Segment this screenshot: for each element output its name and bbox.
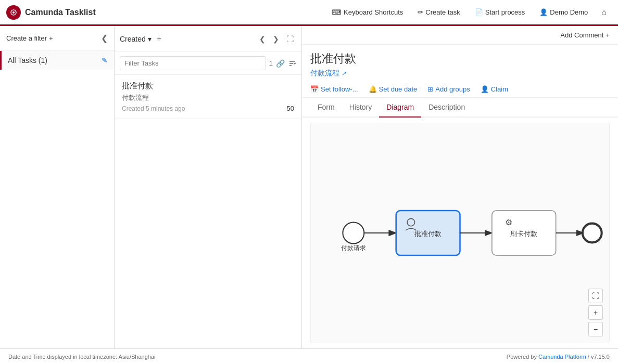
tab-form[interactable]: Form: [310, 98, 342, 118]
created-label: Created: [120, 35, 146, 43]
add-comment-label: Add Comment: [560, 31, 603, 39]
bell-icon: 🔔: [369, 85, 377, 93]
create-task-button[interactable]: ✏ Create task: [411, 5, 466, 19]
detail-tabs: Form History Diagram Description: [302, 98, 618, 118]
sort-created-button[interactable]: Created ▾: [120, 35, 152, 43]
zoom-out-button[interactable]: −: [588, 322, 603, 336]
create-filter-button[interactable]: Create a filter +: [6, 34, 53, 42]
minus-icon: −: [594, 325, 598, 333]
gear-icon: ⚙: [505, 217, 512, 227]
filter-bar: 1 🔗: [115, 52, 301, 75]
create-filter-label: Create a filter: [6, 34, 47, 42]
detail-process-link[interactable]: 付款流程 ↗: [310, 69, 610, 78]
detail-task-title: 批准付款: [310, 51, 610, 67]
footer: Date and Time displayed in local timezon…: [0, 348, 618, 364]
end-event: [583, 224, 602, 243]
app-logo: Camunda Tasklist: [6, 5, 96, 20]
timezone-text: Date and Time displayed in local timezon…: [8, 354, 156, 360]
all-tasks-label: All Tasks (1): [8, 56, 47, 64]
detail-panel: Add Comment + 批准付款 付款流程 ↗ 📅 Set follow-.…: [302, 26, 618, 348]
zoom-fit-button[interactable]: ⛶: [588, 289, 603, 303]
add-groups-button[interactable]: ⊞ Add groups: [427, 85, 470, 93]
fit-icon: ⛶: [592, 292, 599, 300]
pencil-icon: ✏: [418, 8, 423, 16]
set-due-date-button[interactable]: 🔔 Set due date: [369, 85, 418, 93]
add-comment-icon: +: [606, 31, 610, 39]
create-filter-icon: +: [49, 34, 53, 42]
task-title: 批准付款: [122, 81, 294, 91]
powered-by: Powered by Camunda Platform / v7.15.0: [507, 354, 610, 360]
filter-link-icon[interactable]: 🔗: [276, 59, 285, 68]
start-event: [343, 223, 364, 244]
task-process: 付款流程: [122, 93, 294, 102]
task2-label: 刷卡付款: [510, 230, 537, 238]
detail-header: Add Comment +: [302, 26, 618, 45]
tasklist-panel: Created ▾ + ❮ ❯ ⛶ 1 🔗: [115, 26, 302, 348]
home-button[interactable]: ⌂: [596, 5, 612, 20]
external-link-icon: ↗: [342, 70, 347, 77]
user-menu[interactable]: 👤 Demo Demo: [533, 5, 594, 19]
start-process-button[interactable]: 📄 Start process: [469, 5, 532, 19]
filter-count: 1: [269, 59, 273, 67]
sidebar-collapse-button[interactable]: ❮: [101, 33, 108, 43]
start-event-label: 付款请求: [340, 244, 366, 252]
claim-user-icon: 👤: [481, 85, 489, 93]
add-sort-button[interactable]: +: [157, 34, 161, 44]
claim-button[interactable]: 👤 Claim: [481, 85, 508, 93]
groups-icon: ⊞: [427, 85, 433, 93]
tab-description[interactable]: Description: [421, 98, 472, 118]
set-follow-up-button[interactable]: 📅 Set follow-...: [310, 85, 358, 93]
task-created: Created 5 minutes ago: [122, 105, 185, 112]
diagram-controls: ⛶ + −: [588, 289, 603, 336]
logo-icon: [6, 5, 21, 20]
dropdown-icon: ▾: [148, 35, 152, 43]
topnav-actions: ⌨ Keyboard Shortcuts ✏ Create task 📄 Sta…: [325, 5, 612, 20]
collapse-icon: ❮: [101, 34, 108, 43]
tasklist-header: Created ▾ + ❮ ❯ ⛶: [115, 26, 301, 52]
task-meta: Created 5 minutes ago 50: [122, 105, 294, 112]
filter-sort-button[interactable]: [288, 59, 296, 68]
next-page-button[interactable]: ❯: [270, 33, 282, 45]
app-title: Camunda Tasklist: [25, 8, 96, 17]
task-score: 50: [287, 105, 294, 112]
task1-label: 批准付款: [414, 230, 442, 238]
zoom-in-button[interactable]: +: [588, 305, 603, 320]
tasklist-nav: ❮ ❯ ⛶: [257, 33, 296, 45]
keyboard-icon: ⌨: [332, 8, 342, 16]
edit-filter-icon[interactable]: ✎: [102, 56, 108, 64]
detail-title-area: 批准付款 付款流程 ↗: [302, 45, 618, 81]
document-icon: 📄: [475, 8, 483, 16]
bpmn-diagram: 批准付款 ⚙ 刷卡付款 付款请求: [311, 123, 609, 343]
sidebar: Create a filter + ❮ All Tasks (1) ✎: [0, 26, 115, 348]
main-layout: Create a filter + ❮ All Tasks (1) ✎ Crea…: [0, 26, 618, 348]
tab-diagram[interactable]: Diagram: [379, 98, 421, 118]
keyboard-shortcuts-button[interactable]: ⌨ Keyboard Shortcuts: [325, 5, 409, 19]
filter-tasks-input[interactable]: [120, 56, 266, 70]
process-name: 付款流程: [310, 69, 339, 78]
camunda-platform-link[interactable]: Camunda Platform: [538, 354, 586, 360]
all-tasks-filter[interactable]: All Tasks (1) ✎: [0, 51, 114, 70]
diagram-area: 批准付款 ⚙ 刷卡付款 付款请求: [310, 123, 610, 343]
home-icon: ⌂: [601, 8, 607, 17]
calendar-icon: 📅: [310, 85, 319, 93]
add-comment-button[interactable]: Add Comment +: [560, 31, 610, 39]
svg-point-2: [12, 11, 15, 14]
detail-actions: 📅 Set follow-... 🔔 Set due date ⊞ Add gr…: [302, 81, 618, 98]
expand-button[interactable]: ⛶: [284, 33, 296, 45]
user-icon: 👤: [539, 8, 548, 16]
task-card[interactable]: 批准付款 付款流程 Created 5 minutes ago 50: [115, 75, 301, 119]
tab-history[interactable]: History: [342, 98, 380, 118]
top-navigation: Camunda Tasklist ⌨ Keyboard Shortcuts ✏ …: [0, 0, 618, 26]
plus-icon: +: [594, 308, 598, 317]
prev-page-button[interactable]: ❮: [257, 33, 268, 45]
sidebar-header: Create a filter + ❮: [0, 26, 114, 51]
